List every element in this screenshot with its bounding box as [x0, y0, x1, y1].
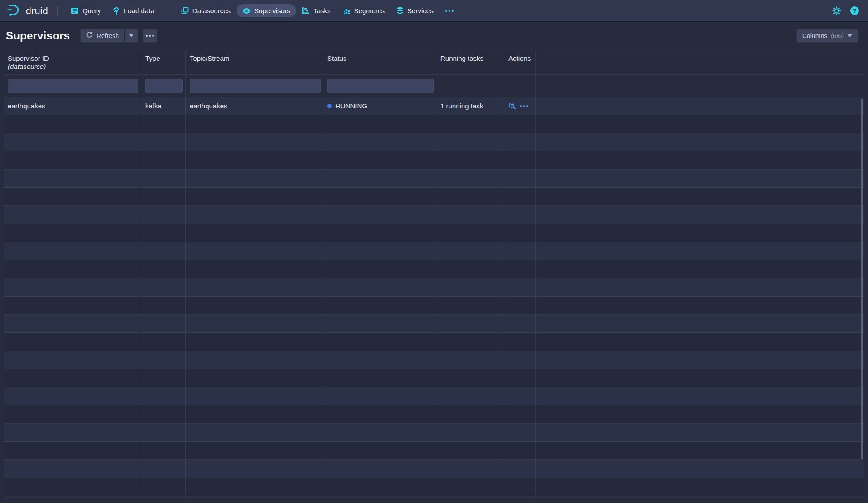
refresh-interval-caret-button[interactable]	[125, 29, 138, 43]
row-more-actions-icon[interactable]	[520, 105, 528, 107]
filter-type-input[interactable]	[145, 79, 183, 93]
nav-item-datasources[interactable]: Datasources	[175, 4, 237, 17]
refresh-button[interactable]: Refresh	[80, 29, 124, 43]
column-header-status[interactable]: Status	[323, 50, 436, 74]
empty-cell	[323, 442, 436, 459]
empty-cell	[504, 115, 536, 133]
cell-type: kafka	[141, 97, 186, 115]
database-icon	[396, 7, 404, 15]
empty-cell	[436, 242, 504, 260]
empty-cell	[4, 424, 141, 441]
empty-cell	[4, 188, 141, 205]
empty-cell	[436, 133, 504, 151]
empty-cell	[141, 496, 186, 498]
empty-cell	[436, 333, 504, 351]
status-text: RUNNING	[335, 102, 367, 110]
empty-cell-filler	[536, 260, 864, 278]
cell-status: RUNNING	[323, 97, 436, 115]
column-header-running-tasks[interactable]: Running tasks	[436, 50, 504, 74]
table-row-empty	[4, 188, 864, 206]
empty-cell	[4, 405, 141, 423]
table-row-empty	[4, 170, 864, 188]
filter-cell	[141, 75, 186, 97]
nav-item-load-data[interactable]: Load data	[107, 4, 160, 17]
table-row-empty	[4, 442, 864, 460]
cell-filler	[536, 97, 864, 115]
empty-cell-filler	[536, 387, 864, 405]
empty-cell	[436, 442, 504, 459]
empty-cell-filler	[536, 351, 864, 369]
druid-logo[interactable]: druid	[6, 3, 48, 19]
empty-cell	[141, 297, 186, 314]
empty-cell	[323, 478, 436, 496]
empty-cell	[504, 496, 536, 498]
table-row-empty	[4, 115, 864, 133]
column-header-actions[interactable]: Actions	[504, 50, 536, 74]
filter-topic-stream-input[interactable]	[190, 79, 321, 93]
filter-cell	[436, 75, 504, 97]
nav-item-services[interactable]: Services	[390, 4, 439, 17]
empty-cell	[436, 351, 504, 369]
empty-cell	[4, 242, 141, 260]
empty-cell	[504, 133, 536, 151]
empty-cell	[186, 297, 323, 314]
table-row-empty	[4, 242, 864, 260]
table-row-empty	[4, 351, 864, 369]
nav-item-more[interactable]	[439, 7, 459, 15]
nav-item-supervisors[interactable]: Supervisors	[237, 4, 296, 17]
more-actions-button[interactable]	[143, 29, 157, 43]
vertical-scrollbar[interactable]	[861, 99, 863, 459]
empty-cell	[436, 188, 504, 205]
empty-cell	[323, 278, 436, 296]
nav-item-query[interactable]: Query	[65, 4, 107, 17]
empty-cell-filler	[536, 442, 864, 459]
table-filter-row	[4, 75, 864, 97]
refresh-split-button: Refresh	[80, 29, 138, 43]
column-header-type[interactable]: Type	[141, 50, 186, 74]
inspect-magnifier-icon[interactable]	[508, 102, 516, 110]
cell-actions	[504, 97, 536, 115]
filter-status-input[interactable]	[327, 79, 434, 93]
help-icon[interactable]: ?	[850, 6, 859, 15]
empty-cell	[141, 333, 186, 351]
empty-cell-filler	[536, 460, 864, 478]
nav-item-label: Segments	[354, 7, 385, 15]
status-running-dot-icon	[327, 104, 332, 108]
columns-button[interactable]: Columns (6/6)	[796, 29, 858, 43]
empty-cell	[186, 206, 323, 224]
column-header-topic-stream[interactable]: Topic/Stream	[186, 50, 323, 74]
upload-icon	[113, 7, 120, 15]
column-header-supervisor-id[interactable]: Supervisor ID (datasource)	[4, 50, 141, 74]
empty-cell	[323, 260, 436, 278]
empty-cell	[323, 224, 436, 242]
nav-items: Datasources Supervisors Tasks	[175, 4, 459, 17]
table-row-empty	[4, 405, 864, 424]
empty-cell	[323, 133, 436, 151]
empty-cell	[504, 387, 536, 405]
filter-supervisor-id-input[interactable]	[8, 79, 138, 93]
settings-gear-icon[interactable]	[832, 6, 841, 15]
empty-cell	[323, 460, 436, 478]
empty-cell	[4, 206, 141, 224]
empty-cell	[141, 387, 186, 405]
supervisors-table: Supervisor ID (datasource) Type Topic/St…	[4, 50, 864, 498]
nav-item-segments[interactable]: Segments	[337, 4, 391, 17]
cell-supervisor-id[interactable]: earthquakes	[4, 97, 141, 115]
empty-cell	[504, 188, 536, 205]
empty-cell	[436, 115, 504, 133]
empty-cell	[4, 333, 141, 351]
empty-cell	[4, 351, 141, 369]
view-toolbar: Supervisors Refresh Columns (6/6)	[0, 21, 868, 50]
table-row-empty	[4, 478, 864, 496]
refresh-icon	[86, 31, 93, 40]
empty-cell	[186, 133, 323, 151]
empty-cell	[4, 170, 141, 187]
empty-cell-filler	[536, 424, 864, 441]
empty-cell	[186, 278, 323, 296]
empty-cell	[504, 170, 536, 187]
empty-cell	[436, 206, 504, 224]
nav-item-tasks[interactable]: Tasks	[296, 4, 336, 17]
filter-cell	[504, 75, 536, 97]
column-header-label: Supervisor ID	[8, 54, 138, 63]
empty-cell	[504, 297, 536, 314]
